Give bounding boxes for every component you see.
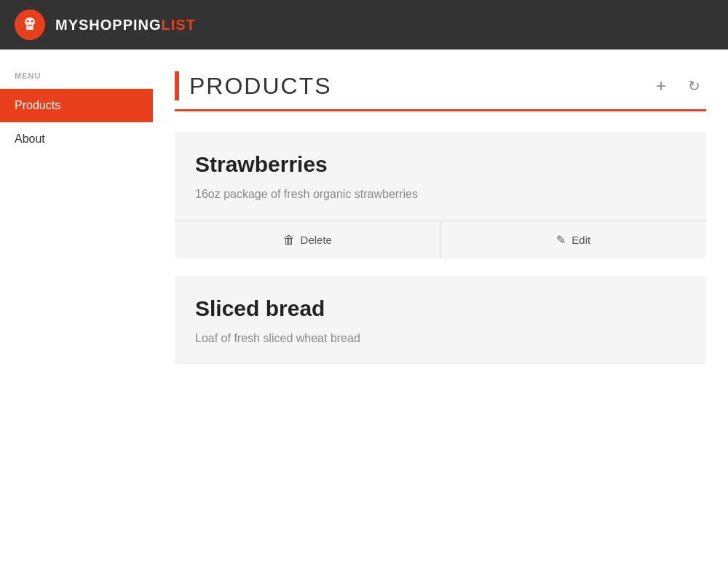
product-card-2: Sliced bread Loaf of fresh sliced wheat … xyxy=(175,276,706,365)
page-header-accent-bar xyxy=(175,71,179,100)
sidebar: MENU Products About xyxy=(0,50,153,562)
add-product-button[interactable]: + xyxy=(650,73,672,99)
trash-icon: 🗑 xyxy=(283,234,295,247)
delete-label: Delete xyxy=(301,234,332,246)
page-header: PRODUCTS + ↻ xyxy=(175,71,706,111)
main-layout: MENU Products About PRODUCTS + ↻ Strawbe… xyxy=(0,50,728,562)
product-name-2: Sliced bread xyxy=(195,296,686,321)
page-title: PRODUCTS xyxy=(189,73,650,100)
sidebar-item-about[interactable]: About xyxy=(0,122,153,156)
app-title-main: MYSHOPPING xyxy=(55,17,162,33)
product-name: Strawberries xyxy=(195,152,686,177)
sidebar-menu-label: MENU xyxy=(0,71,153,89)
sidebar-item-products[interactable]: Products xyxy=(0,89,153,122)
delete-product-button[interactable]: 🗑 Delete xyxy=(175,221,441,258)
edit-label: Edit xyxy=(571,234,590,246)
app-header: MYSHOPPINGLIST xyxy=(0,0,728,50)
svg-point-0 xyxy=(27,20,29,23)
app-title-accent: LIST xyxy=(162,17,196,33)
product-description-2: Loaf of fresh sliced wheat bread xyxy=(195,330,686,347)
product-description: 16oz package of fresh organic strawberri… xyxy=(195,186,686,203)
content-area: PRODUCTS + ↻ Strawberries 16oz package o… xyxy=(153,50,728,562)
app-title: MYSHOPPINGLIST xyxy=(55,17,196,33)
logo-icon xyxy=(15,9,45,40)
edit-icon: ✎ xyxy=(556,233,566,247)
product-card-body: Strawberries 16oz package of fresh organ… xyxy=(175,132,706,221)
product-card-actions: 🗑 Delete ✎ Edit xyxy=(175,221,706,258)
product-card-body-2: Sliced bread Loaf of fresh sliced wheat … xyxy=(175,276,706,365)
product-card: Strawberries 16oz package of fresh organ… xyxy=(175,132,706,258)
refresh-button[interactable]: ↻ xyxy=(682,74,706,98)
svg-point-1 xyxy=(31,20,33,23)
edit-product-button[interactable]: ✎ Edit xyxy=(441,221,707,258)
